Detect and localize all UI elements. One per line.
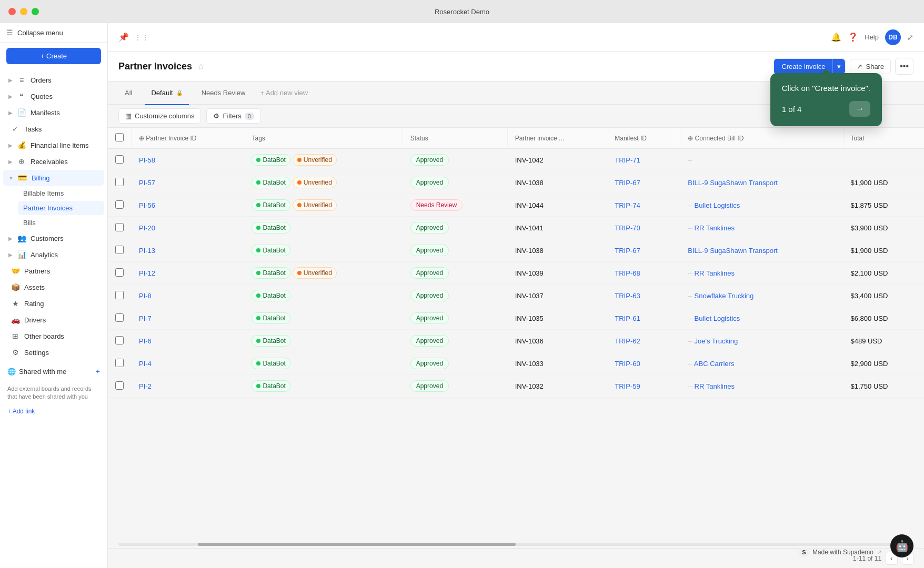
pi-id-link[interactable]: PI-57: [139, 179, 155, 187]
cell-total: [843, 149, 924, 171]
company-link[interactable]: Snowflake Trucking: [695, 292, 754, 300]
company-link[interactable]: RR Tanklines: [695, 269, 735, 277]
row-checkbox[interactable]: [115, 223, 124, 231]
supademo-badge[interactable]: S Made with Supademo ↗: [799, 547, 882, 557]
sidebar-item-assets[interactable]: 📦 Assets: [3, 279, 104, 295]
help-icon[interactable]: ❓: [848, 32, 858, 42]
sidebar-item-partners[interactable]: 🤝 Partners: [3, 263, 104, 279]
sidebar-item-tasks[interactable]: ✓ Tasks: [3, 121, 104, 137]
create-invoice-dropdown-button[interactable]: ▾: [832, 59, 845, 74]
pi-id-link[interactable]: PI-13: [139, 247, 155, 255]
manifest-id-link[interactable]: TRIP-74: [615, 201, 640, 209]
company-link[interactable]: ABC Carriers: [694, 360, 735, 368]
manifest-id-link[interactable]: TRIP-61: [615, 315, 640, 322]
manifest-id-link[interactable]: TRIP-62: [615, 337, 640, 345]
tab-default[interactable]: Default 🔒: [145, 86, 188, 100]
tag-dot-green: [256, 361, 260, 366]
row-checkbox[interactable]: [115, 200, 124, 209]
pi-id-link[interactable]: PI-12: [139, 269, 155, 277]
company-link[interactable]: Bullet Logistics: [695, 201, 740, 209]
manifest-id-link[interactable]: TRIP-71: [615, 156, 640, 164]
customize-columns-button[interactable]: ▦ Customize columns: [118, 108, 201, 124]
company-link[interactable]: SugaShawn Transport: [710, 179, 778, 187]
pi-id-link[interactable]: PI-7: [139, 315, 152, 322]
horizontal-scrollbar[interactable]: [118, 543, 913, 546]
pi-id-link[interactable]: PI-56: [139, 201, 155, 209]
sidebar-item-customers[interactable]: ▶ 👥 Customers: [3, 230, 104, 246]
user-avatar[interactable]: DB: [885, 29, 901, 45]
company-link[interactable]: RR Tanklines: [695, 224, 735, 232]
pi-id-link[interactable]: PI-58: [139, 156, 155, 164]
chat-bot-button[interactable]: 🤖: [890, 534, 913, 557]
manifest-id-link[interactable]: TRIP-67: [615, 247, 640, 255]
pi-id-link[interactable]: PI-8: [139, 292, 152, 300]
tasks-icon: ✓: [11, 125, 20, 133]
sidebar-item-quotes[interactable]: ▶ ❝ Quotes: [3, 88, 104, 104]
add-shared-icon[interactable]: +: [96, 367, 100, 376]
topbar-menu-icon: ⋮⋮: [134, 33, 149, 42]
company-link[interactable]: Bullet Logistics: [695, 315, 740, 322]
company-link[interactable]: Joe's Trucking: [695, 337, 738, 345]
minimize-button[interactable]: [20, 8, 27, 15]
filters-button[interactable]: ⚙ Filters 0: [206, 108, 261, 124]
sidebar-item-rating[interactable]: ★ Rating: [3, 296, 104, 311]
sidebar-item-manifests[interactable]: ▶ 📄 Manifests: [3, 105, 104, 120]
sidebar-item-bills[interactable]: Bills: [18, 216, 104, 230]
row-checkbox[interactable]: [115, 336, 124, 344]
pi-id-link[interactable]: PI-4: [139, 360, 152, 368]
maximize-button[interactable]: [32, 8, 39, 15]
chevron-right-icon: ▶: [8, 110, 13, 116]
row-checkbox[interactable]: [115, 155, 124, 164]
cell-total: $3,900 USD: [843, 217, 924, 239]
billable-items-label: Billable Items: [23, 189, 64, 197]
add-view-button[interactable]: + Add new view: [260, 89, 308, 97]
bell-icon[interactable]: 🔔: [831, 32, 841, 42]
row-checkbox[interactable]: [115, 291, 124, 299]
tab-all[interactable]: All: [118, 86, 138, 100]
manifest-id-link[interactable]: TRIP-68: [615, 269, 640, 277]
sidebar-item-billable-items[interactable]: Billable Items: [18, 186, 104, 200]
create-button[interactable]: + Create: [6, 48, 101, 64]
row-checkbox[interactable]: [115, 268, 124, 277]
manifest-id-link[interactable]: TRIP-60: [615, 360, 640, 368]
sidebar-item-settings[interactable]: ⚙ Settings: [3, 344, 104, 360]
sidebar-item-orders[interactable]: ▶ ≡ Orders: [3, 72, 104, 88]
pi-id-link[interactable]: PI-6: [139, 337, 152, 345]
manifest-id-link[interactable]: TRIP-70: [615, 224, 640, 232]
pi-id-link[interactable]: PI-2: [139, 382, 152, 390]
company-link[interactable]: RR Tanklines: [695, 382, 735, 390]
manifest-id-link[interactable]: TRIP-67: [615, 179, 640, 187]
sidebar-item-receivables[interactable]: ▶ ⊕ Receivables: [3, 154, 104, 169]
help-label[interactable]: Help: [865, 33, 879, 41]
row-checkbox[interactable]: [115, 359, 124, 367]
sidebar-item-drivers[interactable]: 🚗 Drivers: [3, 312, 104, 328]
favorite-star-icon[interactable]: ☆: [197, 62, 205, 72]
sidebar-item-analytics[interactable]: ▶ 📊 Analytics: [3, 247, 104, 262]
expand-icon[interactable]: ⤢: [907, 33, 913, 42]
bill-id-link[interactable]: BILL-9: [688, 179, 708, 187]
chevron-right-icon: ▶: [8, 236, 13, 241]
tag-databot: DataBot: [252, 358, 290, 369]
more-options-button[interactable]: •••: [895, 58, 913, 75]
pi-id-link[interactable]: PI-20: [139, 224, 155, 232]
row-checkbox[interactable]: [115, 313, 124, 322]
col-header-manifest-id: Manifest ID: [607, 128, 680, 149]
tooltip-next-button[interactable]: →: [849, 101, 870, 117]
row-checkbox[interactable]: [115, 246, 124, 254]
row-checkbox[interactable]: [115, 178, 124, 186]
share-button[interactable]: ↗ Share: [850, 59, 891, 74]
bill-id-link[interactable]: BILL-9: [688, 247, 708, 255]
manifest-id-link[interactable]: TRIP-59: [615, 382, 640, 390]
sidebar-item-financial[interactable]: ▶ 💰 Financial line items: [3, 137, 104, 153]
sidebar-item-partner-invoices[interactable]: Partner Invoices: [18, 201, 104, 215]
sidebar-item-billing[interactable]: ▼ 💳 Billing: [3, 170, 104, 186]
row-checkbox[interactable]: [115, 381, 124, 390]
sidebar-item-other-boards[interactable]: ⊞ Other boards: [3, 328, 104, 344]
add-link-button[interactable]: + Add link: [0, 407, 107, 416]
tab-needs-review[interactable]: Needs Review: [195, 86, 252, 100]
close-button[interactable]: [8, 8, 16, 15]
select-all-checkbox[interactable]: [115, 133, 124, 141]
manifest-id-link[interactable]: TRIP-63: [615, 292, 640, 300]
company-link[interactable]: SugaShawn Transport: [710, 247, 778, 255]
sidebar-item-label: Drivers: [24, 316, 46, 324]
